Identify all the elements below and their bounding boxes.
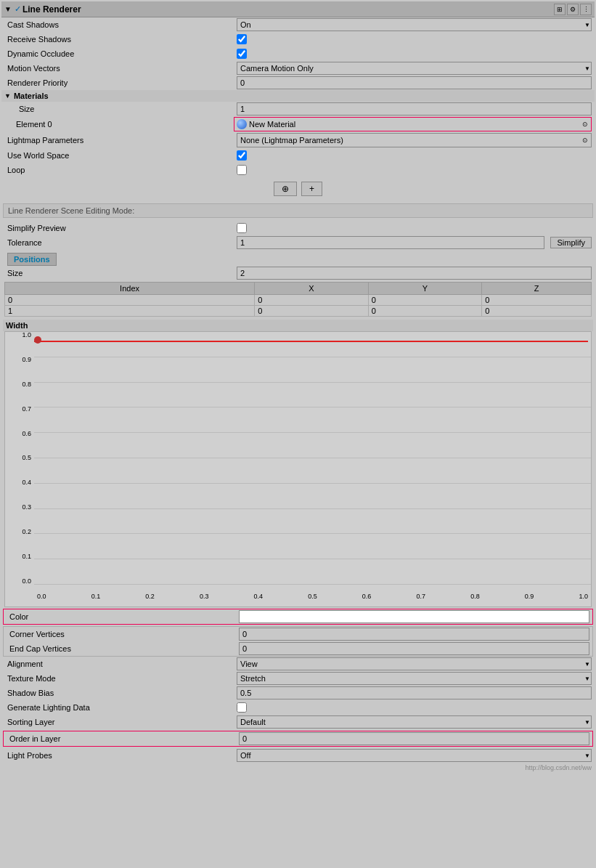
cast-shadows-select[interactable]: On Off Two Sided Shadows Only xyxy=(237,18,592,31)
chart-x-label: 0.8 xyxy=(470,593,480,600)
tolerance-input[interactable] xyxy=(237,236,544,249)
dynamic-occludee-label: Dynamic Occludee xyxy=(4,49,237,58)
transform-button[interactable]: ⊕ xyxy=(274,182,297,196)
chart-x-label: 0.7 xyxy=(416,593,425,600)
lightmap-circle-btn[interactable]: ⊙ xyxy=(582,137,588,144)
chart-area[interactable]: 1.00.90.80.70.60.50.40.30.20.10.0 0.00.1… xyxy=(4,331,592,607)
chart-grid-line xyxy=(34,559,591,585)
table-cell-y[interactable]: 0 xyxy=(368,295,482,306)
chart-x-label: 0.5 xyxy=(308,593,317,600)
width-section: Width 1.00.90.80.70.60.50.40.30.20.10.0 … xyxy=(3,320,593,607)
receive-shadows-check[interactable] xyxy=(237,34,247,44)
light-probes-value: Off Blend Probes Use Proxy Volume Custom… xyxy=(237,749,592,762)
lightmap-label: Lightmap Parameters xyxy=(4,136,237,145)
chart-x-label: 0.2 xyxy=(145,593,155,600)
component-title: Line Renderer xyxy=(23,4,81,15)
table-cell-x[interactable]: 0 xyxy=(255,306,369,317)
table-cell-z[interactable]: 0 xyxy=(482,295,592,306)
table-cell-y[interactable]: 0 xyxy=(368,306,482,317)
th-y: Y xyxy=(368,283,482,295)
color-value xyxy=(239,610,589,623)
materials-size-value xyxy=(237,102,592,115)
chart-grid-line xyxy=(34,332,591,357)
end-cap-vertices-input[interactable] xyxy=(239,642,589,655)
shadow-bias-input[interactable] xyxy=(237,686,592,699)
chart-red-line xyxy=(34,341,588,342)
simplify-preview-label: Simplify Preview xyxy=(4,224,237,232)
chart-y-label: 0.6 xyxy=(22,431,31,437)
generate-lighting-check[interactable] xyxy=(237,702,247,713)
texture-mode-label: Texture Mode xyxy=(4,674,237,683)
cast-shadows-row: Cast Shadows On Off Two Sided Shadows On… xyxy=(1,17,595,32)
icon-btn-2[interactable]: ⚙ xyxy=(567,4,579,15)
positions-size-input[interactable] xyxy=(237,267,592,280)
dynamic-occludee-check[interactable] xyxy=(237,49,247,59)
corner-end-box: Corner Vertices End Cap Vertices xyxy=(3,626,593,657)
tolerance-label: Tolerance xyxy=(4,238,237,247)
chart-grid xyxy=(34,332,591,585)
alignment-select[interactable]: View Local xyxy=(237,657,592,670)
simplify-preview-check[interactable] xyxy=(237,223,247,233)
th-x: X xyxy=(255,283,369,295)
loop-check[interactable] xyxy=(237,165,247,175)
lightmap-row: Lightmap Parameters None (Lightmap Param… xyxy=(1,132,595,148)
light-probes-row: Light Probes Off Blend Probes Use Proxy … xyxy=(1,748,595,763)
motion-vectors-label: Motion Vectors xyxy=(4,64,237,73)
check-icon[interactable]: ✓ xyxy=(15,4,21,14)
table-cell-z[interactable]: 0 xyxy=(482,306,592,317)
use-world-space-check[interactable] xyxy=(237,150,247,161)
icon-btn-3[interactable]: ⋮ xyxy=(580,4,592,15)
texture-mode-value: Stretch Tile Distributed Per Segment Til… xyxy=(237,672,592,685)
icon-btn-1[interactable]: ⊞ xyxy=(554,4,566,15)
action-buttons: ⊕ + xyxy=(1,177,595,200)
element0-circle-btn[interactable]: ⊙ xyxy=(579,118,591,130)
motion-vectors-value: Camera Motion Only ▼ xyxy=(237,62,592,75)
chart-y-label: 0.4 xyxy=(22,479,31,486)
table-header-row: Index X Y Z xyxy=(5,283,592,295)
order-in-layer-input[interactable] xyxy=(239,732,589,745)
chart-grid-line xyxy=(34,383,591,408)
table-cell-index[interactable]: 0 xyxy=(5,295,255,306)
add-button[interactable]: + xyxy=(301,182,322,196)
materials-triangle: ▼ xyxy=(4,92,11,100)
texture-mode-select[interactable]: Stretch Tile Distributed Per Segment Til… xyxy=(237,672,592,685)
use-world-space-label: Use World Space xyxy=(4,151,237,160)
motion-vectors-row: Motion Vectors Camera Motion Only ▼ xyxy=(1,61,595,76)
th-index: Index xyxy=(5,283,255,295)
materials-section[interactable]: ▼ Materials xyxy=(1,90,595,102)
chart-x-labels: 0.00.10.20.30.40.50.60.70.80.91.0 xyxy=(34,586,591,607)
table-cell-x[interactable]: 0 xyxy=(255,295,369,306)
simplify-button[interactable]: Simplify xyxy=(550,237,592,248)
chart-grid-line xyxy=(34,433,591,458)
chart-x-label: 0.3 xyxy=(200,593,209,600)
motion-vectors-select-wrapper: Camera Motion Only ▼ xyxy=(237,62,592,75)
element0-value[interactable]: New Material ⊙ xyxy=(234,117,592,131)
renderer-priority-input[interactable] xyxy=(237,76,592,89)
receive-shadows-value xyxy=(237,34,592,44)
chart-y-label: 0.2 xyxy=(22,529,31,535)
element0-label: Element 0 xyxy=(16,120,234,129)
sorting-layer-select[interactable]: Default xyxy=(237,715,592,729)
corner-vertices-input[interactable] xyxy=(239,628,589,641)
watermark: http://blog.csdn.net/ww xyxy=(1,763,595,773)
receive-shadows-label: Receive Shadows xyxy=(4,35,237,44)
color-field[interactable] xyxy=(239,610,589,623)
chart-y-label: 0.3 xyxy=(22,504,31,511)
materials-size-input[interactable] xyxy=(237,102,592,115)
alignment-select-wrapper: View Local ▼ xyxy=(237,657,592,670)
motion-vectors-select[interactable]: Camera Motion Only xyxy=(237,62,592,75)
lightmap-value[interactable]: None (Lightmap Parameters) ⊙ xyxy=(237,133,592,147)
chart-y-label: 1.0 xyxy=(22,332,31,338)
chart-x-label: 0.6 xyxy=(362,593,372,600)
light-probes-select[interactable]: Off Blend Probes Use Proxy Volume Custom… xyxy=(237,749,592,762)
light-probes-select-wrapper: Off Blend Probes Use Proxy Volume Custom… xyxy=(237,749,592,762)
collapse-arrow[interactable]: ▼ xyxy=(4,5,12,13)
editing-mode-bar: Line Renderer Scene Editing Mode: xyxy=(3,203,593,218)
lightmap-text: None (Lightmap Parameters) xyxy=(240,136,582,145)
component-header: ▼ ✓ Line Renderer ⊞ ⚙ ⋮ xyxy=(1,1,595,17)
sorting-layer-row: Sorting Layer Default ▼ xyxy=(1,715,595,729)
table-cell-index[interactable]: 1 xyxy=(5,306,255,317)
positions-tab-container: Positions xyxy=(1,250,595,266)
positions-tab[interactable]: Positions xyxy=(7,253,57,266)
chart-dot[interactable] xyxy=(34,336,41,344)
